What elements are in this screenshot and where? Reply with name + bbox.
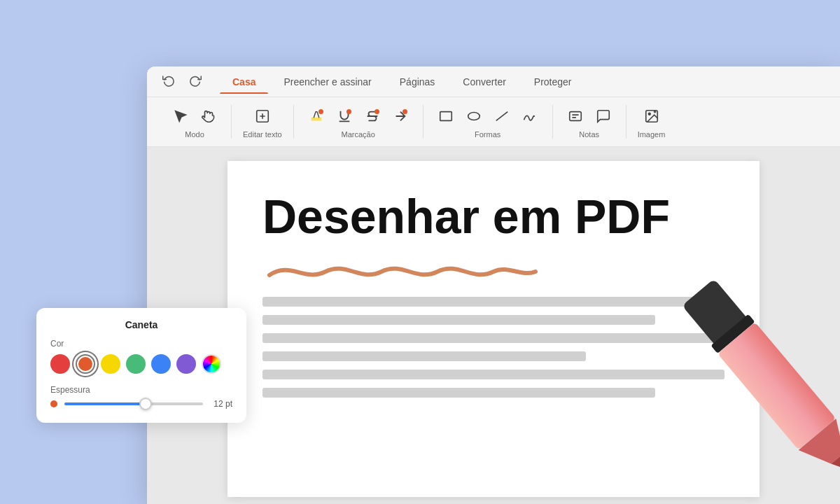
pdf-line-3 — [262, 333, 724, 343]
undo-redo-group — [158, 71, 206, 92]
add-image-button[interactable] — [640, 105, 663, 127]
redo-button[interactable] — [185, 71, 206, 92]
highlight-badge — [309, 108, 324, 124]
markup-label: Marcação — [341, 130, 374, 139]
arrow-badge — [393, 108, 408, 124]
svg-line-9 — [496, 112, 507, 121]
tab-paginas[interactable]: Páginas — [387, 71, 448, 93]
nav-tabs: Casa Preencher e assinar Páginas Convert… — [147, 66, 840, 97]
content-area: Desenhar em PDF — [147, 147, 840, 504]
svg-marker-21 — [831, 453, 840, 475]
mode-icons — [169, 105, 220, 127]
image-group: Imagem — [626, 105, 677, 139]
cursor-button[interactable] — [169, 105, 192, 127]
svg-rect-7 — [440, 112, 451, 121]
thickness-row: Espessura 12 pt — [50, 385, 232, 409]
strikethrough-button[interactable] — [361, 105, 384, 127]
caneta-popup: Caneta Cor Espessura 12 pt — [36, 308, 246, 423]
thickness-dot — [50, 400, 57, 407]
thickness-slider[interactable] — [64, 402, 203, 405]
svg-point-8 — [468, 113, 479, 120]
edit-text-group: Editar texto — [232, 105, 294, 139]
swatch-red[interactable] — [50, 354, 70, 374]
pdf-page: Desenhar em PDF — [227, 161, 760, 497]
mode-label: Modo — [185, 130, 204, 139]
thickness-control: 12 pt — [50, 399, 232, 409]
swatch-blue[interactable] — [151, 354, 171, 374]
rectangle-button[interactable] — [435, 105, 457, 127]
notes-label: Notas — [579, 130, 599, 139]
undo-button[interactable] — [158, 71, 179, 92]
color-swatches — [50, 354, 232, 374]
edit-text-icons — [251, 105, 274, 127]
ellipse-button[interactable] — [463, 105, 485, 127]
swatch-yellow[interactable] — [101, 354, 120, 374]
toolbar: Casa Preencher e assinar Páginas Convert… — [147, 66, 840, 147]
thickness-value: 12 pt — [210, 399, 232, 409]
tab-preencher[interactable]: Preencher e assinar — [271, 71, 384, 93]
edit-text-button[interactable] — [251, 105, 274, 127]
highlight-badge-dot — [318, 109, 323, 114]
strikethrough-badge-dot — [374, 109, 379, 114]
arrow-badge-dot — [402, 109, 407, 114]
pdf-line-4 — [262, 351, 586, 361]
markup-group: Marcação — [294, 105, 424, 139]
underline-badge — [337, 108, 352, 124]
freehand-button[interactable] — [519, 105, 541, 127]
notes-group: Notas — [553, 105, 626, 139]
tab-proteger[interactable]: Proteger — [522, 71, 584, 93]
caneta-title: Caneta — [50, 319, 232, 330]
underline-button[interactable] — [333, 105, 356, 127]
app-window: Casa Preencher e assinar Páginas Convert… — [147, 66, 840, 504]
highlight-button[interactable] — [305, 105, 328, 127]
image-icons — [640, 105, 663, 127]
swatch-orange[interactable] — [76, 354, 95, 374]
line-button[interactable] — [491, 105, 513, 127]
tab-converter[interactable]: Converter — [450, 71, 518, 93]
svg-rect-3 — [311, 118, 321, 121]
underline-badge-dot — [346, 109, 351, 114]
mode-group: Modo — [158, 105, 232, 139]
markup-icons — [305, 105, 412, 127]
pdf-line-5 — [262, 370, 724, 379]
image-label: Imagem — [638, 130, 666, 139]
notes-icons — [564, 105, 615, 127]
tool-ribbon: Modo Editar texto — [147, 97, 840, 146]
swatch-purple[interactable] — [176, 354, 196, 374]
svg-marker-20 — [799, 419, 840, 474]
textbox-button[interactable] — [564, 105, 587, 127]
color-label: Cor — [50, 339, 232, 349]
svg-point-14 — [648, 113, 650, 115]
edit-text-label: Editar texto — [243, 130, 282, 139]
shapes-label: Formas — [475, 130, 500, 139]
squiggle-drawing — [262, 258, 542, 286]
pdf-line-2 — [262, 315, 655, 325]
swatch-multicolor[interactable] — [202, 354, 221, 374]
pdf-line-6 — [262, 388, 655, 398]
tab-casa[interactable]: Casa — [220, 71, 268, 93]
shapes-icons — [435, 105, 541, 127]
pdf-title: Desenhar em PDF — [262, 189, 724, 244]
swatch-green[interactable] — [126, 354, 146, 374]
pdf-line-1 — [262, 297, 724, 307]
svg-rect-10 — [569, 112, 581, 121]
shapes-group: Formas — [424, 105, 553, 139]
comment-button[interactable] — [592, 105, 615, 127]
thickness-label: Espessura — [50, 385, 232, 395]
hand-button[interactable] — [197, 105, 220, 127]
arrow-button[interactable] — [389, 105, 412, 127]
strikethrough-badge — [365, 108, 380, 124]
